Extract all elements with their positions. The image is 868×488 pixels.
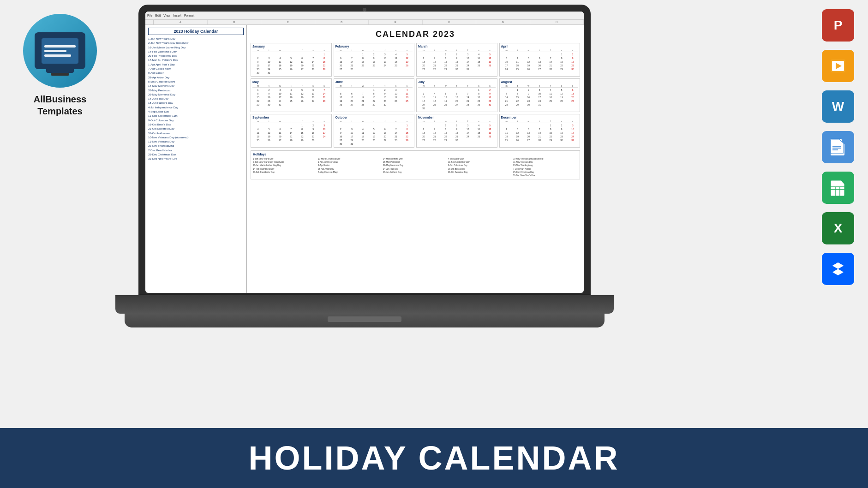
holidays-column: 17-Mar St. Patrick's Day1-Apr April Fool… <box>318 157 383 177</box>
month-block-november: Novembermtwtfss1234567891011121314151617… <box>416 114 497 148</box>
month-block-june: Junemtwtfss12345678910111213141516171819… <box>334 78 415 112</box>
excel-toolbar: File Edit View Insert Format <box>145 12 584 20</box>
month-block-december: Decembermtwtfss1234567891011121314151617… <box>499 114 581 148</box>
month-block-july: Julymtwtfss12345678910111213141516171819… <box>416 78 497 112</box>
calendar-grid: Januarymtwtfss12345678910111213141516171… <box>249 43 582 148</box>
holidays-column: 10-Nov Veterans Day (observed)11-Nov Vet… <box>513 157 578 177</box>
holiday-item: 7-Dec Pearl Harbor <box>148 149 244 153</box>
holiday-item: 1-Apr April Fool's Day <box>148 63 244 67</box>
bottom-banner: HOLIDAY CALENDAR <box>0 428 868 488</box>
logo-line-3 <box>44 54 71 57</box>
month-block-september: Septembermtwtfss123456789101112131415161… <box>251 114 332 148</box>
logo-laptop <box>35 32 85 69</box>
word-icon[interactable]: W <box>822 90 854 123</box>
holiday-list-title: 2023 Holiday Calendar <box>148 28 244 35</box>
excel-icon[interactable]: X <box>822 212 854 244</box>
month-block-march: Marchmtwtfss1234567891011121314151617181… <box>416 43 497 77</box>
holidays-bottom-grid: 1-Jan New Year's Day2-Jan New Year's Day… <box>253 157 578 177</box>
holiday-item: 28-May Pentecost <box>148 89 244 93</box>
holiday-item: 17-Mar St. Patrick's Day <box>148 58 244 62</box>
holiday-item: 23-Nov Thanksgiving <box>148 144 244 148</box>
holiday-item: 1-Jan New Year's Day <box>148 37 244 41</box>
holiday-item: 9-Oct Columbus Day <box>148 119 244 123</box>
holiday-item: 14-May Mother's Day <box>148 84 244 88</box>
holiday-items: 1-Jan New Year's Day2-Jan New Year's Day… <box>148 37 244 161</box>
dropbox-icon[interactable] <box>822 253 854 285</box>
holiday-item: 29-May Memorial Day <box>148 93 244 97</box>
touchpad <box>328 316 401 322</box>
right-app-icons: P W X <box>822 9 854 285</box>
holidays-column: 1-Jan New Year's Day2-Jan New Year's Day… <box>253 157 317 177</box>
holiday-item: 21-Oct Sweetest Day <box>148 127 244 131</box>
month-block-october: Octobermtwtfss12345678910111213141516171… <box>334 114 415 148</box>
laptop-container: File Edit View Insert Format A B C D E <box>115 5 614 341</box>
logo-base <box>46 69 74 73</box>
month-block-february: Februarymtwtfss1234567891011121314151617… <box>334 43 415 77</box>
holiday-item: 18-Jun Father's Day <box>148 101 244 105</box>
laptop-base <box>115 295 614 314</box>
calendar-title: CALENDAR 2023 <box>249 30 582 39</box>
holiday-item: 14-Feb Valentine's Day <box>148 50 244 54</box>
holiday-item: 16-Jan Martin Luther King Day <box>148 46 244 50</box>
month-block-may: Maymtwtfss123456789101112131415161718192… <box>251 78 332 112</box>
holidays-section-label: Holidays <box>253 153 578 156</box>
camera-dot <box>363 8 366 12</box>
laptop-screen-frame: File Edit View Insert Format A B C D E <box>138 5 591 295</box>
holidays-column: 4-Sep Labor Day11-Sep September 11th9-Oc… <box>448 157 513 177</box>
holiday-item: 31-Oct Halloween <box>148 131 244 136</box>
logo-line-2 <box>44 50 66 52</box>
month-block-august: Augustmtwtfss123456789101112131415161718… <box>499 78 581 112</box>
banner-text: HOLIDAY CALENDAR <box>248 439 619 477</box>
holiday-item: 11-Nov Veterans Day <box>148 140 244 144</box>
holiday-item: 10-Nov Veterans Day (observed) <box>148 136 244 140</box>
month-block-january: Januarymtwtfss12345678910111213141516171… <box>251 43 332 77</box>
logo-line-1 <box>44 45 76 48</box>
col-headers-row: A B C D E F G H <box>145 20 584 25</box>
holiday-item: 20-Feb Presidents' Day <box>148 54 244 58</box>
svg-marker-15 <box>832 262 844 269</box>
holiday-item: 28-Apr Arbor Day <box>148 76 244 80</box>
holidays-column: 14-May Mother's Day28-May Pentecost29-Ma… <box>383 157 448 177</box>
excel-main: 2023 Holiday Calendar 1-Jan New Year's D… <box>145 25 584 293</box>
holiday-item: 4-Jul Independence Day <box>148 106 244 110</box>
holiday-item: 11-Sep September 11th <box>148 114 244 118</box>
holiday-item: 14-Jun Flag Day <box>148 97 244 101</box>
logo-stand <box>51 73 69 76</box>
holiday-item: 9-Apr Easter <box>148 71 244 75</box>
excel-content: File Edit View Insert Format A B C D E <box>145 12 584 293</box>
powerpoint-icon[interactable]: P <box>822 9 854 42</box>
holiday-item: 25-Dec Christmas Day <box>148 153 244 157</box>
slides-icon[interactable] <box>822 50 854 82</box>
logo-circle <box>23 14 97 88</box>
holiday-item: 31-Dec New Years' Eve <box>148 157 244 161</box>
holiday-item: 5-May Cinco de Mayo <box>148 80 244 84</box>
holiday-item: 4-Sep Labor Day <box>148 110 244 114</box>
holiday-item: 16-Oct Boss's Day <box>148 123 244 127</box>
holiday-list-panel: 2023 Holiday Calendar 1-Jan New Year's D… <box>145 25 247 293</box>
month-block-april: Aprilmtwtfss1234567891011121314151617181… <box>499 43 581 77</box>
holiday-item: 2-Jan New Year's Day (observed) <box>148 41 244 45</box>
brand-name: AllBusiness Templates <box>34 93 86 117</box>
sheets-icon[interactable] <box>822 172 854 204</box>
logo-screen <box>42 38 78 64</box>
holidays-bottom-section: Holidays 1-Jan New Year's Day2-Jan New Y… <box>251 150 580 179</box>
holiday-item: 7-Apr Good Friday <box>148 67 244 71</box>
logo-area: AllBusiness Templates <box>14 14 106 117</box>
docs-icon[interactable] <box>822 131 854 163</box>
laptop-screen: File Edit View Insert Format A B C D E <box>145 12 584 293</box>
calendar-panel: CALENDAR 2023 Januarymtwtfss123456789101… <box>247 25 584 293</box>
